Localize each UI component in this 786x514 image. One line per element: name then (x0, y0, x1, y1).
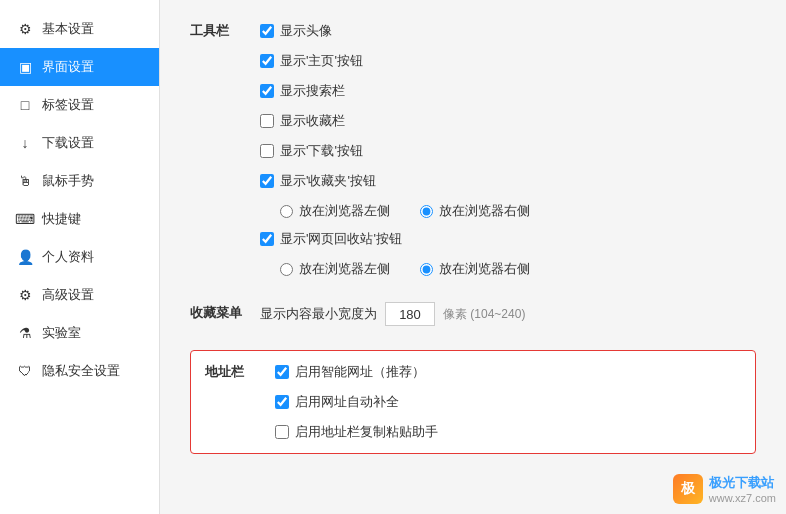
sidebar-label-download: 下载设置 (42, 134, 94, 152)
sidebar-label-interface: 界面设置 (42, 58, 94, 76)
recycle-position-group: 放在浏览器左侧 放在浏览器右侧 (260, 260, 756, 278)
sidebar-label-tabs: 标签设置 (42, 96, 94, 114)
show-avatar-row: 显示头像 (260, 20, 756, 42)
paste-helper-checkbox[interactable] (275, 425, 289, 439)
sidebar-label-lab: 实验室 (42, 324, 81, 342)
interface-icon: ▣ (16, 58, 34, 76)
sidebar-item-mouse[interactable]: 🖱 鼠标手势 (0, 162, 159, 200)
sidebar-item-advanced[interactable]: ⚙ 高级设置 (0, 276, 159, 314)
sidebar-item-lab[interactable]: ⚗ 实验室 (0, 314, 159, 352)
sidebar-item-privacy[interactable]: 🛡 隐私安全设置 (0, 352, 159, 390)
bookmarks-label: 收藏菜单 (190, 302, 260, 322)
show-avatar-checkbox[interactable] (260, 24, 274, 38)
show-recycle-label: 显示'网页回收站'按钮 (280, 230, 402, 248)
min-width-text: 显示内容最小宽度为 (260, 305, 377, 323)
paste-helper-label: 启用地址栏复制粘贴助手 (295, 423, 438, 441)
min-width-unit: 像素 (104~240) (443, 306, 525, 323)
sidebar-item-tabs[interactable]: □ 标签设置 (0, 86, 159, 124)
show-home-checkbox[interactable] (260, 54, 274, 68)
recycle-left-radio[interactable] (280, 263, 293, 276)
sidebar-label-basic: 基本设置 (42, 20, 94, 38)
favorites-right-label: 放在浏览器右侧 (439, 202, 530, 220)
smart-url-label: 启用智能网址（推荐） (295, 363, 425, 381)
tabs-icon: □ (16, 96, 34, 114)
show-search-row: 显示搜索栏 (260, 80, 756, 102)
mouse-icon: 🖱 (16, 172, 34, 190)
show-recycle-checkbox[interactable] (260, 232, 274, 246)
paste-helper-row: 启用地址栏复制粘贴助手 (275, 421, 741, 443)
show-download-btn-row: 显示'下载'按钮 (260, 140, 756, 162)
watermark-logo: 极 (673, 474, 703, 504)
watermark-site-url: www.xz7.com (709, 492, 776, 504)
watermark-text: 极光下载站 www.xz7.com (709, 474, 776, 504)
watermark: 极 极光下载站 www.xz7.com (673, 474, 776, 504)
profile-icon: 👤 (16, 248, 34, 266)
download-icon: ↓ (16, 134, 34, 152)
favorites-left-radio[interactable] (280, 205, 293, 218)
sidebar: ⚙ 基本设置 ▣ 界面设置 □ 标签设置 ↓ 下载设置 🖱 鼠标手势 ⌨ 快捷键… (0, 0, 160, 514)
recycle-right-row: 放在浏览器右侧 (420, 260, 530, 278)
favorites-right-radio[interactable] (420, 205, 433, 218)
auto-complete-checkbox[interactable] (275, 395, 289, 409)
bookmarks-section: 收藏菜单 显示内容最小宽度为 像素 (104~240) (190, 302, 756, 326)
show-download-btn-checkbox[interactable] (260, 144, 274, 158)
gear-icon: ⚙ (16, 20, 34, 38)
toolbar-options: 显示头像 显示'主页'按钮 显示搜索栏 显示收藏栏 显示'下载'按钮 显示'收藏 (260, 20, 756, 278)
show-favorites-bar-checkbox[interactable] (260, 114, 274, 128)
show-favorites-btn-label: 显示'收藏夹'按钮 (280, 172, 376, 190)
sidebar-item-basic[interactable]: ⚙ 基本设置 (0, 10, 159, 48)
sidebar-item-shortcuts[interactable]: ⌨ 快捷键 (0, 200, 159, 238)
toolbar-label: 工具栏 (190, 20, 260, 40)
sidebar-label-privacy: 隐私安全设置 (42, 362, 120, 380)
min-width-input[interactable] (385, 302, 435, 326)
recycle-left-label: 放在浏览器左侧 (299, 260, 390, 278)
sidebar-label-shortcuts: 快捷键 (42, 210, 81, 228)
sidebar-item-interface[interactable]: ▣ 界面设置 (0, 48, 159, 86)
keyboard-icon: ⌨ (16, 210, 34, 228)
address-options: 启用智能网址（推荐） 启用网址自动补全 启用地址栏复制粘贴助手 (275, 361, 741, 443)
show-recycle-row: 显示'网页回收站'按钮 (260, 228, 756, 250)
min-width-row: 显示内容最小宽度为 像素 (104~240) (260, 302, 756, 326)
show-search-checkbox[interactable] (260, 84, 274, 98)
sidebar-label-advanced: 高级设置 (42, 286, 94, 304)
show-home-row: 显示'主页'按钮 (260, 50, 756, 72)
show-home-label: 显示'主页'按钮 (280, 52, 363, 70)
favorites-left-label: 放在浏览器左侧 (299, 202, 390, 220)
favorites-right-row: 放在浏览器右侧 (420, 202, 530, 220)
smart-url-row: 启用智能网址（推荐） (275, 361, 741, 383)
show-avatar-label: 显示头像 (280, 22, 332, 40)
show-favorites-bar-row: 显示收藏栏 (260, 110, 756, 132)
address-label: 地址栏 (205, 361, 275, 381)
lab-icon: ⚗ (16, 324, 34, 342)
main-content: 工具栏 显示头像 显示'主页'按钮 显示搜索栏 显示收藏栏 显示'下载'按钮 (160, 0, 786, 514)
show-search-label: 显示搜索栏 (280, 82, 345, 100)
recycle-right-radio[interactable] (420, 263, 433, 276)
show-favorites-btn-row: 显示'收藏夹'按钮 (260, 170, 756, 192)
advanced-icon: ⚙ (16, 286, 34, 304)
sidebar-label-profile: 个人资料 (42, 248, 94, 266)
auto-complete-row: 启用网址自动补全 (275, 391, 741, 413)
sidebar-item-download[interactable]: ↓ 下载设置 (0, 124, 159, 162)
recycle-right-label: 放在浏览器右侧 (439, 260, 530, 278)
favorites-left-row: 放在浏览器左侧 (280, 202, 390, 220)
watermark-site-name: 极光下载站 (709, 474, 776, 492)
sidebar-item-profile[interactable]: 👤 个人资料 (0, 238, 159, 276)
show-favorites-bar-label: 显示收藏栏 (280, 112, 345, 130)
recycle-left-row: 放在浏览器左侧 (280, 260, 390, 278)
auto-complete-label: 启用网址自动补全 (295, 393, 399, 411)
sidebar-label-mouse: 鼠标手势 (42, 172, 94, 190)
favorites-position-group: 放在浏览器左侧 放在浏览器右侧 (260, 202, 756, 220)
privacy-icon: 🛡 (16, 362, 34, 380)
bookmarks-options: 显示内容最小宽度为 像素 (104~240) (260, 302, 756, 326)
smart-url-checkbox[interactable] (275, 365, 289, 379)
show-favorites-btn-checkbox[interactable] (260, 174, 274, 188)
address-section: 地址栏 启用智能网址（推荐） 启用网址自动补全 启用地址栏复制粘贴助手 (190, 350, 756, 454)
show-download-btn-label: 显示'下载'按钮 (280, 142, 363, 160)
toolbar-section: 工具栏 显示头像 显示'主页'按钮 显示搜索栏 显示收藏栏 显示'下载'按钮 (190, 20, 756, 278)
